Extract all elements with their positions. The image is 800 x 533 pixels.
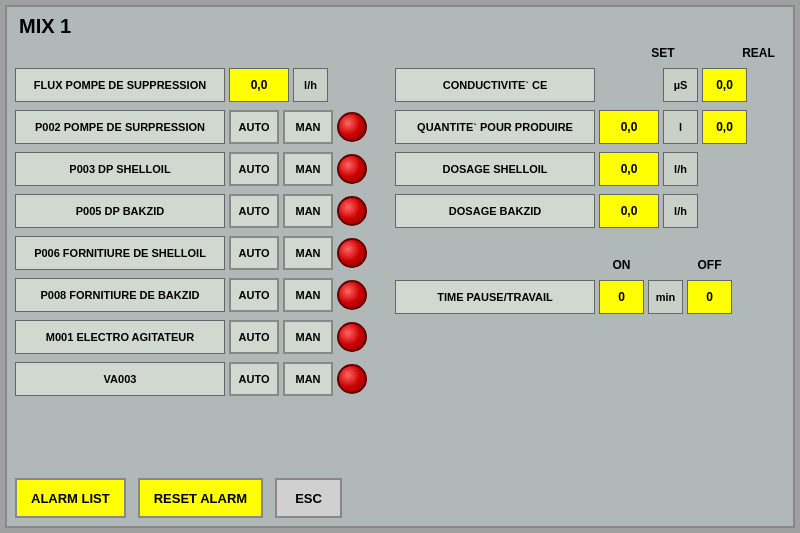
row-dosage-bakzid: DOSAGE BAKZID 0,0 l/h: [395, 192, 785, 230]
time-pause-on-value[interactable]: 0: [599, 280, 644, 314]
p002-indicator: [337, 112, 367, 142]
label-m001: M001 ELECTRO AGITATEUR: [15, 320, 225, 354]
p003-indicator: [337, 154, 367, 184]
label-p008: P008 FORNITIURE DE BAKZID: [15, 278, 225, 312]
dosage-shelloil-unit: l/h: [663, 152, 698, 186]
row-dosage-shelloil: DOSAGE SHELLOIL 0,0 l/h: [395, 150, 785, 188]
p003-auto-btn[interactable]: AUTO: [229, 152, 279, 186]
row-flux-pompe: FLUX POMPE DE SUPPRESSION 0,0 l/h: [15, 66, 385, 104]
p003-man-btn[interactable]: MAN: [283, 152, 333, 186]
row-p003: P003 DP SHELLOIL AUTO MAN: [15, 150, 385, 188]
row-m001: M001 ELECTRO AGITATEUR AUTO MAN: [15, 318, 385, 356]
alarm-list-button[interactable]: ALARM LIST: [15, 478, 126, 518]
on-header: ON: [599, 258, 644, 272]
p002-auto-btn[interactable]: AUTO: [229, 110, 279, 144]
label-dosage-shelloil: DOSAGE SHELLOIL: [395, 152, 595, 186]
off-header: OFF: [687, 258, 732, 272]
row-conductivite: CONDUCTIVITE` CE µS 0,0: [395, 66, 785, 104]
p002-man-btn[interactable]: MAN: [283, 110, 333, 144]
esc-button[interactable]: ESC: [275, 478, 342, 518]
p008-auto-btn[interactable]: AUTO: [229, 278, 279, 312]
p008-indicator: [337, 280, 367, 310]
p005-auto-btn[interactable]: AUTO: [229, 194, 279, 228]
time-pause-off-value[interactable]: 0: [687, 280, 732, 314]
footer-buttons: ALARM LIST RESET ALARM ESC: [15, 478, 342, 518]
conductivite-real[interactable]: 0,0: [702, 68, 747, 102]
title-bar: MIX 1: [7, 7, 793, 46]
label-p003: P003 DP SHELLOIL: [15, 152, 225, 186]
quantite-unit: l: [663, 110, 698, 144]
flux-pompe-unit: l/h: [293, 68, 328, 102]
label-conductivite: CONDUCTIVITE` CE: [395, 68, 595, 102]
label-p002: P002 POMPE DE SURPRESSION: [15, 110, 225, 144]
p008-man-btn[interactable]: MAN: [283, 278, 333, 312]
dosage-shelloil-set[interactable]: 0,0: [599, 152, 659, 186]
label-p005: P005 DP BAKZID: [15, 194, 225, 228]
p006-auto-btn[interactable]: AUTO: [229, 236, 279, 270]
dosage-bakzid-unit: l/h: [663, 194, 698, 228]
va003-auto-btn[interactable]: AUTO: [229, 362, 279, 396]
main-panel: MIX 1 SET REAL FLUX POMPE DE SUPPRESSION…: [5, 5, 795, 528]
row-p005: P005 DP BAKZID AUTO MAN: [15, 192, 385, 230]
label-p006: P006 FORNITIURE DE SHELLOIL: [15, 236, 225, 270]
label-va003: VA003: [15, 362, 225, 396]
row-p008: P008 FORNITIURE DE BAKZID AUTO MAN: [15, 276, 385, 314]
m001-auto-btn[interactable]: AUTO: [229, 320, 279, 354]
reset-alarm-button[interactable]: RESET ALARM: [138, 478, 263, 518]
quantite-real[interactable]: 0,0: [702, 110, 747, 144]
row-p002: P002 POMPE DE SURPRESSION AUTO MAN: [15, 108, 385, 146]
va003-man-btn[interactable]: MAN: [283, 362, 333, 396]
content-area: FLUX POMPE DE SUPPRESSION 0,0 l/h P002 P…: [7, 62, 793, 402]
va003-indicator: [337, 364, 367, 394]
m001-man-btn[interactable]: MAN: [283, 320, 333, 354]
page-title: MIX 1: [19, 15, 71, 38]
right-panel: CONDUCTIVITE` CE µS 0,0 QUANTITE` POUR P…: [395, 66, 785, 398]
p006-indicator: [337, 238, 367, 268]
row-time-pause: TIME PAUSE/TRAVAIL 0 min 0: [395, 278, 785, 316]
label-flux-pompe: FLUX POMPE DE SUPPRESSION: [15, 68, 225, 102]
quantite-set[interactable]: 0,0: [599, 110, 659, 144]
dosage-bakzid-set[interactable]: 0,0: [599, 194, 659, 228]
label-dosage-bakzid: DOSAGE BAKZID: [395, 194, 595, 228]
label-time-pause: TIME PAUSE/TRAVAIL: [395, 280, 595, 314]
left-panel: FLUX POMPE DE SUPPRESSION 0,0 l/h P002 P…: [15, 66, 385, 398]
row-p006: P006 FORNITIURE DE SHELLOIL AUTO MAN: [15, 234, 385, 272]
conductivite-unit: µS: [663, 68, 698, 102]
p005-indicator: [337, 196, 367, 226]
row-quantite: QUANTITE` POUR PRODUIRE 0,0 l 0,0: [395, 108, 785, 146]
set-header: SET: [633, 46, 693, 60]
m001-indicator: [337, 322, 367, 352]
row-va003: VA003 AUTO MAN: [15, 360, 385, 398]
p005-man-btn[interactable]: MAN: [283, 194, 333, 228]
p006-man-btn[interactable]: MAN: [283, 236, 333, 270]
label-quantite: QUANTITE` POUR PRODUIRE: [395, 110, 595, 144]
time-pause-unit: min: [648, 280, 683, 314]
flux-pompe-value[interactable]: 0,0: [229, 68, 289, 102]
real-header: REAL: [736, 46, 781, 60]
